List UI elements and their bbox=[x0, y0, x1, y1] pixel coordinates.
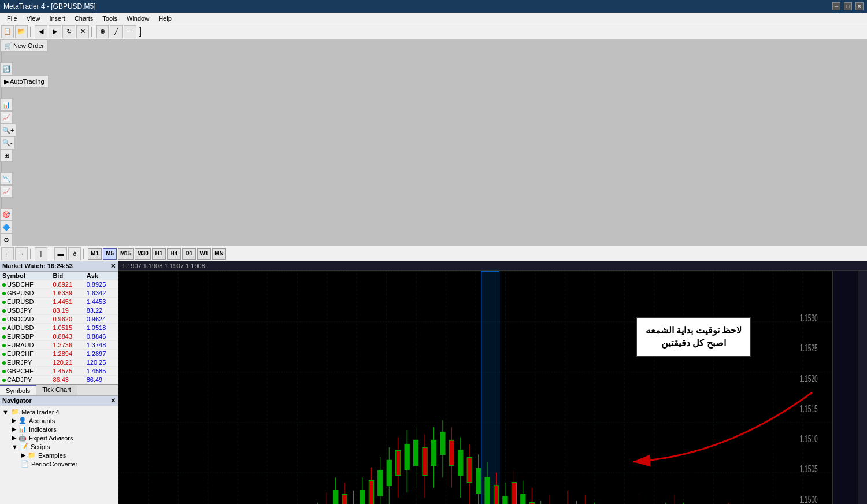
toolbar-indicator1[interactable]: 📉 bbox=[0, 172, 13, 185]
toolbar-chart-type1[interactable]: 📊 bbox=[0, 98, 13, 111]
mw-ask: 1.4453 bbox=[84, 298, 118, 306]
nav-metatrader4[interactable]: ▼ 📁 MetaTrader 4 bbox=[0, 407, 118, 416]
mw-symbol: AUDUSD bbox=[0, 324, 50, 332]
mw-bid: 1.3736 bbox=[50, 341, 84, 350]
market-watch-row[interactable]: USDJPY 83.19 83.22 bbox=[0, 306, 118, 315]
period-d1[interactable]: D1 bbox=[182, 248, 196, 260]
toolbar-new-profile[interactable]: 📋 bbox=[1, 25, 14, 38]
mw-symbol: CADJPY bbox=[0, 376, 50, 384]
period-h4[interactable]: H4 bbox=[167, 248, 181, 260]
menu-insert[interactable]: Insert bbox=[45, 15, 70, 22]
nav-examples-expand-icon: ▶ bbox=[21, 451, 25, 459]
mw-dot bbox=[2, 309, 6, 313]
toolbar-candle-icon[interactable]: 🕯 bbox=[68, 247, 81, 260]
autotrading-button[interactable]: ▶ AutoTrading bbox=[0, 75, 49, 88]
svg-rect-77 bbox=[458, 450, 463, 476]
nav-accounts-expand-icon: ▶ bbox=[12, 417, 16, 424]
market-watch-row[interactable]: EURJPY 120.21 120.25 bbox=[0, 358, 118, 367]
market-watch-row[interactable]: USDCAD 0.9620 0.9624 bbox=[0, 315, 118, 324]
nav-period-converter[interactable]: 📄 PeriodConverter bbox=[0, 459, 118, 468]
market-watch-row[interactable]: EURUSD 1.4451 1.4453 bbox=[0, 298, 118, 306]
menu-tools[interactable]: Tools bbox=[98, 15, 122, 22]
chart-header: 1.1907 1.1908 1.1907 1.1908 bbox=[118, 261, 867, 271]
market-watch: Market Watch: 16:24:53 ✕ Symbol Bid Ask … bbox=[0, 261, 118, 385]
period-m1[interactable]: M1 bbox=[88, 248, 102, 260]
toolbar-objects[interactable]: 🔷 bbox=[0, 221, 13, 234]
scripts-icon: 📝 bbox=[20, 443, 28, 450]
market-watch-close-icon[interactable]: ✕ bbox=[110, 262, 116, 270]
nav-scripts[interactable]: ▼ 📝 Scripts bbox=[0, 442, 118, 451]
toolbar-bar-icon[interactable]: ▬ bbox=[54, 247, 67, 260]
new-order-icon: 🛒 bbox=[4, 42, 12, 50]
toolbar-line2[interactable]: | bbox=[35, 247, 47, 260]
mw-dot bbox=[2, 335, 6, 339]
menu-view[interactable]: View bbox=[22, 15, 45, 22]
close-button[interactable]: ✕ bbox=[855, 2, 864, 10]
menu-help[interactable]: Help bbox=[154, 15, 176, 22]
toolbar-line[interactable]: ╱ bbox=[110, 25, 123, 38]
menu-window[interactable]: Window bbox=[122, 15, 154, 22]
toolbar-zoom-out[interactable]: 🔍- bbox=[0, 136, 15, 149]
mw-symbol: USDCAD bbox=[0, 315, 50, 324]
period-m15[interactable]: M15 bbox=[118, 248, 134, 260]
navigator-close-icon[interactable]: ✕ bbox=[110, 397, 116, 405]
nav-examples[interactable]: ▶ 📁 Examples bbox=[0, 451, 118, 459]
toolbar-refresh2[interactable]: 🔃 bbox=[0, 62, 13, 75]
ea-icon: 🤖 bbox=[18, 434, 27, 442]
menu-charts[interactable]: Charts bbox=[70, 15, 98, 22]
nav-indicators[interactable]: ▶ 📊 Indicators bbox=[0, 425, 118, 433]
toolbar-stop[interactable]: ✕ bbox=[76, 25, 89, 38]
maximize-button[interactable]: □ bbox=[844, 2, 852, 10]
toolbar-hline[interactable]: ─ bbox=[124, 25, 136, 38]
period-mn[interactable]: MN bbox=[212, 248, 226, 260]
tab-symbols[interactable]: Symbols bbox=[0, 385, 36, 395]
market-watch-row[interactable]: GBPUSD 1.6339 1.6342 bbox=[0, 289, 118, 298]
period-w1[interactable]: W1 bbox=[197, 248, 211, 260]
market-watch-row[interactable]: CADJPY 86.43 86.49 bbox=[0, 376, 118, 384]
toolbar-settings[interactable]: ⚙ bbox=[0, 234, 13, 246]
mw-symbol: USDJPY bbox=[0, 306, 50, 315]
market-watch-row[interactable]: USDCHF 0.8921 0.8925 bbox=[0, 280, 118, 289]
tab-tick-chart[interactable]: Tick Chart bbox=[36, 385, 77, 395]
market-watch-row[interactable]: EURCHF 1.2894 1.2897 bbox=[0, 350, 118, 358]
toolbar-period-plus[interactable]: → bbox=[15, 247, 28, 260]
toolbar-zoom-in[interactable]: 🔍+ bbox=[0, 124, 16, 136]
menu-file[interactable]: File bbox=[2, 15, 22, 22]
toolbar-template[interactable]: 🎯 bbox=[0, 208, 13, 221]
toolbar-indicator2[interactable]: 📈 bbox=[0, 185, 13, 198]
mw-symbol: USDCHF bbox=[0, 280, 50, 289]
nav-indicators-expand-icon: ▶ bbox=[12, 425, 16, 433]
svg-rect-89 bbox=[512, 483, 516, 504]
toolbar-period-minus[interactable]: ← bbox=[1, 247, 14, 260]
chart-scrollbar[interactable] bbox=[858, 271, 867, 504]
toolbar-refresh[interactable]: ↻ bbox=[62, 25, 75, 38]
menu-bar: File View Insert Charts Tools Window Hel… bbox=[0, 13, 867, 24]
period-m5[interactable]: M5 bbox=[103, 248, 117, 260]
nav-expert-advisors[interactable]: ▶ 🤖 Expert Advisors bbox=[0, 433, 118, 442]
nav-tree: ▼ 📁 MetaTrader 4 ▶ 👤 Accounts ▶ 📊 Indica… bbox=[0, 406, 118, 469]
svg-text:1.1505: 1.1505 bbox=[799, 464, 817, 475]
market-watch-row[interactable]: EURGBP 0.8843 0.8846 bbox=[0, 332, 118, 341]
chart-canvas[interactable]: 1.1530 1.1525 1.1520 1.1515 1.1510 1.150… bbox=[118, 271, 867, 504]
toolbar-grid[interactable]: ⊞ bbox=[0, 149, 13, 162]
period-m30[interactable]: M30 bbox=[135, 248, 150, 260]
svg-rect-71 bbox=[431, 440, 436, 466]
mw-ask: 1.3748 bbox=[84, 341, 118, 350]
mw-bid: 86.43 bbox=[50, 376, 84, 384]
market-watch-row[interactable]: GBPCHF 1.4575 1.4585 bbox=[0, 367, 118, 376]
mw-bid: 1.2894 bbox=[50, 350, 84, 358]
mw-dot bbox=[2, 361, 6, 365]
period-h1[interactable]: H1 bbox=[152, 248, 166, 260]
market-watch-row[interactable]: EURAUD 1.3736 1.3748 bbox=[0, 341, 118, 350]
toolbar-open[interactable]: 📂 bbox=[15, 25, 28, 38]
toolbar-chart-type2[interactable]: 📈 bbox=[0, 111, 13, 124]
new-order-button[interactable]: 🛒 New Order bbox=[0, 39, 48, 52]
toolbar-crosshair[interactable]: ⊕ bbox=[96, 25, 109, 38]
autotrading-icon: ▶ bbox=[4, 78, 9, 86]
nav-accounts[interactable]: ▶ 👤 Accounts bbox=[0, 416, 118, 425]
toolbar-back[interactable]: ◀ bbox=[35, 25, 47, 38]
market-watch-row[interactable]: AUDUSD 1.0515 1.0518 bbox=[0, 324, 118, 332]
minimize-button[interactable]: ─ bbox=[832, 2, 840, 10]
mw-symbol: EURJPY bbox=[0, 358, 50, 367]
toolbar-forward[interactable]: ▶ bbox=[49, 25, 61, 38]
